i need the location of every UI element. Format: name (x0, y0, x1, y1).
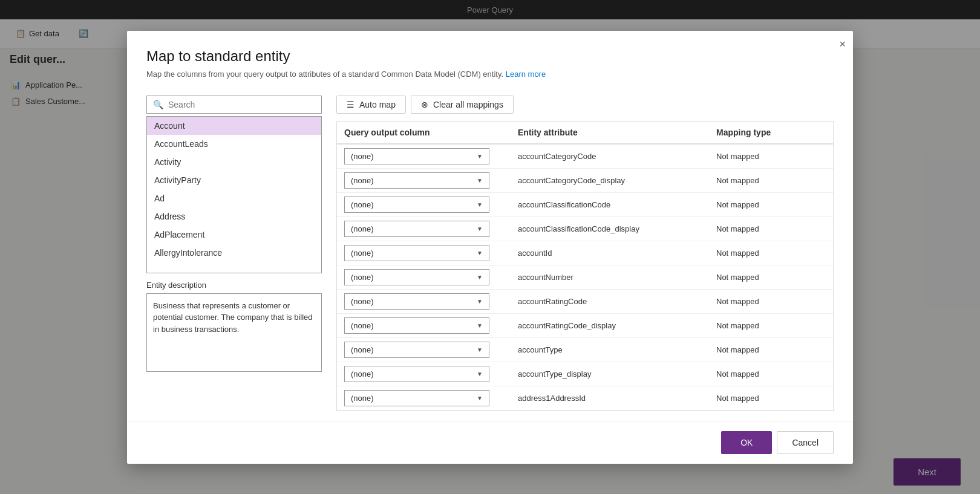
entity-item-ad[interactable]: Ad (147, 189, 321, 207)
chevron-down-icon: ▼ (477, 298, 483, 305)
table-row: (none)▼accountType_displayNot mapped (337, 362, 833, 386)
chevron-down-icon: ▼ (477, 322, 483, 329)
chevron-down-icon: ▼ (477, 346, 483, 353)
entity-attr-cell: accountRatingCode (511, 289, 709, 313)
entity-item-allergyintolerance[interactable]: AllergyIntolerance (147, 244, 321, 262)
chevron-down-icon: ▼ (477, 274, 483, 281)
entity-item-accountleads[interactable]: AccountLeads (147, 135, 321, 153)
modal-subtitle: Map the columns from your query output t… (146, 70, 834, 79)
mapping-type-cell: Not mapped (709, 289, 833, 313)
mapping-table: Query output column Entity attribute Map… (337, 122, 833, 411)
entity-list[interactable]: Account AccountLeads Activity ActivityPa… (146, 116, 322, 273)
query-col-dropdown-9[interactable]: (none)▼ (344, 366, 489, 382)
search-icon: 🔍 (153, 100, 163, 109)
chevron-down-icon: ▼ (477, 153, 483, 160)
table-row: (none)▼accountClassificationCodeNot mapp… (337, 192, 833, 216)
chevron-down-icon: ▼ (477, 177, 483, 184)
mapping-toolbar: ☰ Auto map ⊗ Clear all mappings (336, 96, 834, 114)
entity-attr-cell: accountClassificationCode (511, 192, 709, 216)
chevron-down-icon: ▼ (477, 395, 483, 401)
search-input[interactable] (168, 100, 315, 109)
entity-item-address[interactable]: Address (147, 207, 321, 226)
mapping-type-cell: Not mapped (709, 168, 833, 192)
query-col-dropdown-10[interactable]: (none)▼ (344, 390, 489, 406)
left-panel: 🔍 Account AccountLeads Activity Act (146, 96, 322, 411)
header-query-col: Query output column (337, 122, 511, 144)
query-col-dropdown-3[interactable]: (none)▼ (344, 221, 489, 237)
modal-footer: OK Cancel (127, 421, 853, 464)
table-row: (none)▼accountTypeNot mapped (337, 337, 833, 362)
mapping-type-cell: Not mapped (709, 241, 833, 265)
table-row: (none)▼accountCategoryCode_displayNot ma… (337, 168, 833, 192)
modal-header: Map to standard entity Map the columns f… (127, 31, 853, 86)
entity-attr-cell: accountId (511, 241, 709, 265)
query-col-dropdown-0[interactable]: (none)▼ (344, 148, 489, 164)
entity-attr-cell: accountType (511, 337, 709, 362)
mapping-table-container[interactable]: Query output column Entity attribute Map… (336, 121, 834, 411)
table-row: (none)▼accountCategoryCodeNot mapped (337, 144, 833, 169)
chevron-down-icon: ▼ (477, 201, 483, 208)
cancel-button[interactable]: Cancel (777, 431, 834, 454)
table-row: (none)▼accountRatingCodeNot mapped (337, 289, 833, 313)
modal-title: Map to standard entity (146, 48, 834, 65)
entity-item-activity[interactable]: Activity (147, 153, 321, 171)
subtitle-text: Map the columns from your query output t… (146, 70, 503, 79)
query-col-dropdown-8[interactable]: (none)▼ (344, 342, 489, 358)
entity-attr-cell: accountRatingCode_display (511, 313, 709, 337)
chevron-down-icon: ▼ (477, 371, 483, 377)
entity-item-adplacement[interactable]: AdPlacement (147, 226, 321, 244)
mapping-type-cell: Not mapped (709, 216, 833, 241)
query-col-dropdown-6[interactable]: (none)▼ (344, 293, 489, 310)
mapping-type-cell: Not mapped (709, 313, 833, 337)
query-col-dropdown-1[interactable]: (none)▼ (344, 172, 489, 189)
table-row: (none)▼accountClassificationCode_display… (337, 216, 833, 241)
mapping-type-cell: Not mapped (709, 386, 833, 410)
ok-button[interactable]: OK (721, 431, 772, 454)
header-mapping-type: Mapping type (709, 122, 833, 144)
entity-description-label: Entity description (146, 281, 322, 290)
entity-attr-cell: accountCategoryCode_display (511, 168, 709, 192)
chevron-down-icon: ▼ (477, 226, 483, 232)
chevron-down-icon: ▼ (477, 250, 483, 256)
search-box: 🔍 (146, 96, 322, 114)
clear-mappings-button[interactable]: ⊗ Clear all mappings (411, 96, 514, 114)
map-entity-modal: × Map to standard entity Map the columns… (127, 31, 853, 464)
mapping-type-cell: Not mapped (709, 362, 833, 386)
table-row: (none)▼accountRatingCode_displayNot mapp… (337, 313, 833, 337)
entity-attr-cell: accountNumber (511, 265, 709, 289)
query-col-dropdown-5[interactable]: (none)▼ (344, 269, 489, 285)
entity-attr-cell: address1AddressId (511, 386, 709, 410)
query-col-dropdown-7[interactable]: (none)▼ (344, 317, 489, 334)
modal-overlay: × Map to standard entity Map the columns… (0, 0, 980, 494)
auto-map-icon: ☰ (347, 100, 354, 109)
entity-attr-cell: accountType_display (511, 362, 709, 386)
entity-item-account[interactable]: Account (147, 117, 321, 135)
mapping-type-cell: Not mapped (709, 144, 833, 169)
modal-close-button[interactable]: × (839, 38, 846, 51)
mapping-type-cell: Not mapped (709, 192, 833, 216)
query-col-dropdown-2[interactable]: (none)▼ (344, 197, 489, 213)
table-row: (none)▼accountNumberNot mapped (337, 265, 833, 289)
table-row: (none)▼accountIdNot mapped (337, 241, 833, 265)
learn-more-link[interactable]: Learn more (506, 70, 546, 79)
mapping-type-cell: Not mapped (709, 265, 833, 289)
header-entity-attr: Entity attribute (511, 122, 709, 144)
query-col-dropdown-4[interactable]: (none)▼ (344, 245, 489, 261)
mapping-panel: ☰ Auto map ⊗ Clear all mappings Query ou… (336, 96, 834, 411)
entity-attr-cell: accountCategoryCode (511, 144, 709, 169)
modal-body: 🔍 Account AccountLeads Activity Act (127, 86, 853, 421)
entity-description-box: Business that represents a customer or p… (146, 293, 322, 372)
mapping-type-cell: Not mapped (709, 337, 833, 362)
auto-map-button[interactable]: ☰ Auto map (336, 96, 406, 114)
entity-attr-cell: accountClassificationCode_display (511, 216, 709, 241)
entity-item-activityparty[interactable]: ActivityParty (147, 171, 321, 189)
table-header-row: Query output column Entity attribute Map… (337, 122, 833, 144)
clear-icon: ⊗ (421, 100, 428, 109)
table-row: (none)▼address1AddressIdNot mapped (337, 386, 833, 410)
